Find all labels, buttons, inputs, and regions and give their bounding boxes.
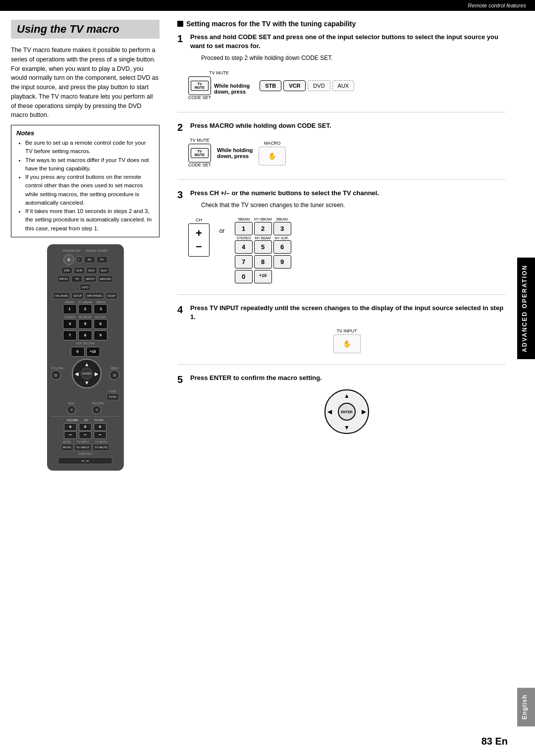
step3-btn-9: 9 (273, 255, 291, 269)
remote-setup-btn[interactable]: SETUP (71, 292, 84, 299)
step5-right-arrow: ▶ (362, 408, 366, 415)
step3-label-sbeam: 5BEAM (235, 217, 253, 221)
step1-tvmute-label: TV MUTE (209, 70, 229, 75)
note-item-4: If it takes more than 10 seconds in step… (25, 207, 154, 233)
remote-test-btn[interactable]: ⊙ (67, 405, 76, 414)
note-item-1: Be sure to set up a remote control code … (25, 139, 154, 156)
page-number: 83 En (482, 736, 508, 747)
remote-return-btn[interactable]: ⊙ (92, 405, 101, 414)
notes-list: Be sure to set up a remote control code … (16, 139, 154, 233)
step1-dvd-btn: DVD (308, 80, 330, 91)
step3-numgrid-bot: 7 8 9 (235, 255, 291, 269)
step2-macro-label-top: MACRO (259, 141, 286, 146)
step2-macro-btn: ✋ (259, 147, 286, 165)
remote-7-btn[interactable]: 7 (63, 330, 77, 340)
main-content: Using the TV macro The TV macro feature … (0, 11, 535, 480)
advanced-operation-tab: ADVANCED OPERATION (517, 258, 535, 359)
step3-btn-0: 0 (235, 270, 253, 283)
top-bar-text: Remote control features (468, 2, 526, 8)
step3-label-mybeam: MY BEAM (254, 236, 272, 240)
remote-volmode-btn[interactable]: VOL.MODE (53, 292, 70, 299)
remote-inputmode-btn[interactable]: INPUTMODE (85, 292, 104, 299)
step3-btn-8: 8 (254, 255, 272, 269)
section-heading: Setting macros for the TV with the tunin… (177, 20, 505, 28)
remote-enter-btn[interactable]: ENTER (81, 368, 93, 379)
remote-vol-minus[interactable]: – (64, 431, 77, 439)
page-title: Using the TV macro (11, 20, 160, 39)
section-heading-text: Setting macros for the TV with the tunin… (186, 20, 356, 28)
step1-codeset-label: CODE SET (188, 95, 211, 100)
remote-menu-btn[interactable]: ⊙ (109, 370, 119, 380)
step3-btn-4: 4 (235, 240, 253, 254)
remote-standby-btn[interactable]: ⏻ (63, 254, 74, 265)
step-4-heading: Press TV INPUT repeatedly until the scre… (190, 304, 505, 322)
step2-down-press: down, press (217, 153, 249, 159)
remote-auto-btn[interactable]: AUTO (80, 284, 91, 291)
step3-numgrid-mid: 4 5 6 (235, 240, 291, 254)
remote-tvvol-plus[interactable]: + (94, 423, 107, 431)
remote-tv-btn[interactable]: TV (97, 256, 107, 263)
step-3-number: 3 (177, 189, 188, 201)
remote-vcr-btn[interactable]: VCR (74, 267, 85, 274)
step5-up-arrow: ▲ (344, 392, 350, 399)
remote-sleep-btn[interactable]: SLEEP (106, 292, 117, 299)
remote-macro-btn[interactable]: MACRO (98, 275, 113, 282)
step-1-diagram: TV MUTE TVMUTE CODE SET While holding do… (188, 70, 505, 101)
remote-0-btn[interactable]: 0 (71, 347, 85, 357)
remote-ch-plus[interactable]: + (79, 423, 92, 431)
remote-vol-plus[interactable]: + (64, 423, 77, 431)
remote-input1-btn[interactable]: INPUT1 (57, 275, 70, 282)
remote-mute-btn[interactable]: MUTE (61, 444, 73, 451)
step-2-heading: Press MACRO while holding down CODE SET. (190, 121, 331, 130)
remote-5-btn[interactable]: 5 (78, 319, 92, 329)
step-5-number: 5 (177, 374, 188, 385)
step1-holding-section: TV MUTE TVMUTE CODE SET While holding do… (188, 70, 250, 101)
note-item-2: The ways to set macros differ if your TV… (25, 156, 154, 173)
step-2-container: 2 Press MACRO while holding down CODE SE… (177, 121, 505, 179)
step-1-number: 1 (177, 33, 188, 45)
remote-tv2-btn[interactable]: TV (71, 275, 82, 282)
step1-codeset-btn: TVMUTE (188, 76, 211, 95)
remote-4-btn[interactable]: 4 (63, 319, 77, 329)
remote-stb-btn[interactable]: STB (61, 267, 72, 274)
remote-2-btn[interactable]: 2 (78, 304, 93, 314)
remote-tvav-btn[interactable]: TV/AV (107, 393, 119, 400)
step-4-diagram: TV INPUT ✋ (188, 328, 505, 353)
right-column: Setting macros for the TV with the tunin… (168, 11, 535, 480)
remote-10-btn[interactable]: +10 (86, 347, 100, 357)
remote-3-btn[interactable]: 3 (94, 304, 107, 314)
remote-nav-circle[interactable]: ENTER ▲ ▼ ◀ ▶ (72, 359, 102, 388)
remote-9-btn[interactable]: 9 (94, 330, 107, 340)
remote-tvmute-btn[interactable]: TV MUTE (93, 444, 109, 451)
step3-btn-5: 5 (254, 240, 272, 254)
notes-box: Notes Be sure to set up a remote control… (11, 125, 160, 237)
step1-input-btns: STB VCR DVD AUX (260, 80, 354, 91)
remote-1-btn[interactable]: 1 (63, 304, 77, 314)
remote-tvinput-btn[interactable]: TV INPUT (74, 444, 92, 451)
step3-ch-label: CH (188, 217, 210, 222)
step3-ch-btn: + – (188, 223, 210, 257)
remote-input2-btn[interactable]: INPUT2 (84, 275, 97, 282)
step3-btn-10: +10 (254, 270, 272, 283)
step2-codeset-btn: TVMUTE (188, 144, 211, 162)
remote-av-btn[interactable]: AV (84, 256, 95, 263)
step3-btn-6: 6 (273, 240, 291, 254)
section-bullet (177, 21, 183, 27)
step-3-heading: Press CH +/– or the numeric buttons to s… (190, 189, 379, 198)
remote-8-btn[interactable]: 8 (78, 330, 92, 340)
remote-ch-minus[interactable]: – (79, 431, 92, 439)
step-1-heading: Press and hold CODE SET and press one of… (190, 33, 505, 51)
top-bar: Remote control features (0, 0, 535, 11)
remote-ch-level-btn[interactable]: ⊙ (51, 370, 61, 380)
remote-codeset-area[interactable]: ⬅ □ ➡ (58, 457, 112, 464)
step-2-diagram: TV MUTE TVMUTE CODE SET While holding do… (188, 138, 505, 168)
step-3-body: Check that the TV screen changes to the … (201, 201, 379, 210)
step2-codeset-label: CODE SET (188, 162, 211, 167)
remote-power-btn[interactable]: ○ (76, 256, 83, 263)
remote-dvd-btn[interactable]: DVD (86, 267, 97, 274)
step3-btn-7: 7 (235, 255, 253, 269)
remote-aux-btn[interactable]: AUX (99, 267, 109, 274)
remote-tvvol-minus[interactable]: – (94, 431, 107, 439)
remote-6-btn[interactable]: 6 (94, 319, 107, 329)
step-5-heading: Press ENTER to confirm the macro setting… (190, 374, 322, 382)
